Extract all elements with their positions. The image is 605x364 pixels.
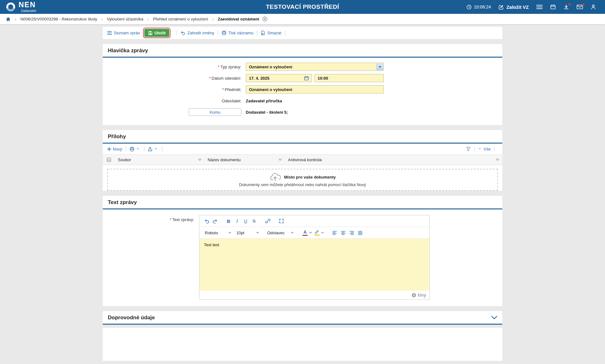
profile-button[interactable] <box>591 4 596 10</box>
menu-button[interactable] <box>536 4 543 9</box>
message-list-button[interactable]: Seznam zpráv <box>107 31 140 35</box>
font-family-value: Roboto <box>205 230 218 235</box>
nen-logo[interactable]: NEN Zadavatel <box>6 1 36 13</box>
messages-button[interactable] <box>577 4 583 9</box>
downloads-button[interactable] <box>563 4 569 10</box>
fullscreen-icon[interactable] <box>277 217 285 225</box>
block-format-dropdown[interactable]: Odstavec <box>265 228 296 237</box>
chevron-down-icon[interactable] <box>154 148 157 150</box>
type-label: Typ zprávy: <box>221 65 241 69</box>
grid-settings-cell[interactable] <box>103 155 115 165</box>
undo-icon[interactable] <box>202 217 211 225</box>
font-color-button[interactable]: A <box>301 230 309 236</box>
column-filter-icon[interactable] <box>198 159 201 161</box>
attachments-dropzone[interactable]: Místo pro vaše dokumenty Dokumenty sem m… <box>107 169 498 191</box>
breadcrumb-item-exclusion[interactable]: Vyloučení účastníka <box>107 17 143 21</box>
recipient-button[interactable]: Komu <box>189 108 241 116</box>
chevron-down-icon[interactable] <box>377 63 383 70</box>
editor-content-area[interactable]: Text text <box>199 239 429 291</box>
font-color-letter: A <box>303 230 307 234</box>
align-left-icon[interactable] <box>330 229 339 237</box>
edit-icon <box>498 4 504 10</box>
breadcrumb-item-overview[interactable]: Přehled oznámení o vyloučení <box>153 17 208 21</box>
breadcrumb-separator <box>212 17 214 22</box>
toolbar-divider <box>218 31 218 36</box>
highlight-color-button[interactable] <box>313 230 321 236</box>
chevron-down-icon[interactable] <box>309 232 312 234</box>
chevron-down-icon[interactable] <box>136 148 139 150</box>
filter-preset-chevron-icon[interactable] <box>478 148 481 150</box>
align-justify-icon[interactable] <box>356 229 364 237</box>
underline-icon[interactable]: U <box>241 217 250 225</box>
editor-toolbar-row1: B I U S <box>199 215 429 227</box>
message-type-select[interactable]: Oznámení o vyloučení <box>246 63 384 71</box>
toolbar-divider <box>144 146 144 151</box>
font-color-swatch <box>302 235 308 236</box>
column-filter-icon[interactable] <box>279 159 282 161</box>
close-icon[interactable] <box>262 16 268 22</box>
form-row-subject: Předmět: Oznámení o vyloučení <box>103 85 502 94</box>
delete-button[interactable]: Smazat <box>261 31 281 35</box>
environment-title: TESTOVACÍ PROSTŘEDÍ <box>266 3 339 10</box>
font-size-dropdown[interactable]: 10pt <box>234 228 262 237</box>
column-filter-icon[interactable] <box>496 159 499 161</box>
sender-label: Odesílatel: <box>222 99 241 103</box>
undo-arrow-icon <box>180 31 185 35</box>
save-label: Uložit <box>154 31 165 35</box>
additional-info-body <box>103 328 502 361</box>
main-content: Seznam zpráv Uložit Zahodit změny Tisk z… <box>103 27 502 361</box>
printer-icon <box>130 147 135 151</box>
calendar-icon <box>550 4 556 10</box>
highlight-color-swatch <box>314 235 320 236</box>
strikethrough-icon[interactable]: S <box>250 217 258 225</box>
message-text-label: Text zprávy: <box>172 217 194 222</box>
italic-icon[interactable]: I <box>233 217 241 225</box>
toolbar-divider <box>494 146 494 151</box>
create-vz-label: Založit VZ <box>506 4 529 10</box>
align-right-icon[interactable] <box>347 229 356 237</box>
subject-value: Oznámení o vyloučení <box>249 87 292 92</box>
redo-icon[interactable] <box>211 217 219 225</box>
collapse-chevron-icon[interactable] <box>491 316 497 320</box>
column-header-antivir[interactable]: Antivirová kontrola <box>285 155 502 165</box>
print-record-button[interactable]: Tisk záznamu <box>222 31 254 35</box>
save-button[interactable]: Uložit <box>144 29 169 37</box>
link-icon[interactable] <box>263 217 272 225</box>
bold-icon[interactable]: B <box>224 217 233 225</box>
topbar: NEN Zadavatel TESTOVACÍ PROSTŘEDÍ 10:06:… <box>0 0 605 14</box>
breadcrumb-separator <box>147 17 149 22</box>
home-icon[interactable] <box>6 17 11 22</box>
new-attachment-button[interactable]: Nový <box>107 147 122 151</box>
create-vz-button[interactable]: Založit VZ <box>498 4 529 10</box>
grid-settings-icon <box>107 157 111 162</box>
section-additional-info: Doprovodné údaje <box>103 311 502 325</box>
subject-label: Předmět: <box>225 87 241 92</box>
column-header-soubor[interactable]: Soubor <box>115 155 205 165</box>
filter-icon[interactable] <box>466 147 471 151</box>
send-time-input[interactable]: 10:00 <box>314 74 384 82</box>
export-button[interactable] <box>148 147 158 151</box>
font-family-dropdown[interactable]: Roboto <box>202 228 234 237</box>
send-date-input[interactable]: 17. 4. 2025 <box>246 74 312 82</box>
print-grid-button[interactable] <box>130 147 141 151</box>
discard-changes-button[interactable]: Zahodit změny <box>180 31 214 35</box>
section-title: Hlavička zprávy <box>108 48 148 54</box>
filter-preset-all[interactable]: Vše <box>484 147 491 151</box>
align-center-icon[interactable] <box>339 229 347 237</box>
calendar-button[interactable] <box>550 4 556 10</box>
section-title: Doprovodné údaje <box>108 315 155 321</box>
calendar-picker-icon[interactable] <box>304 76 309 81</box>
message-type-value: Oznámení o vyloučení <box>249 65 292 69</box>
clock-icon <box>466 4 472 10</box>
breadcrumb-item-current: Zaevidovat oznámení <box>218 17 259 21</box>
breadcrumb: N006/25/V00003298 - Rekonstrukce školy V… <box>0 14 605 24</box>
breadcrumb-item-contract[interactable]: N006/25/V00003298 - Rekonstrukce školy <box>20 17 97 21</box>
column-header-nazev[interactable]: Název dokumentu <box>205 155 285 165</box>
attachments-toolbar: Nový <box>103 144 502 154</box>
subject-input[interactable]: Oznámení o vyloučení <box>246 85 384 94</box>
chevron-down-icon[interactable] <box>321 232 324 234</box>
section-message-text: Text zprávy Text zprávy: B I U S <box>103 196 502 306</box>
attachments-table-header: Soubor Název dokumentu Antivirová kontro… <box>103 154 502 165</box>
list-icon <box>107 31 112 35</box>
nen-logo-icon <box>6 2 16 12</box>
